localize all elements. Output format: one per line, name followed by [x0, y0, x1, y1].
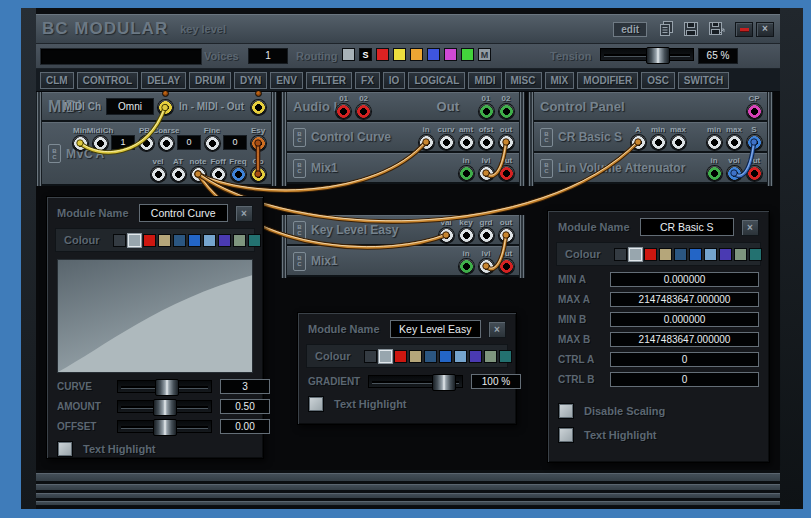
field-value[interactable]: 0 [610, 372, 759, 387]
checkbox-text-highlight[interactable] [308, 396, 324, 412]
copy-icon[interactable] [657, 20, 675, 38]
colour-swatch-3[interactable] [659, 248, 672, 261]
close-panel-button[interactable]: × [235, 205, 253, 222]
routing-cell-3[interactable] [393, 48, 406, 61]
category-button-osc[interactable]: OSC [641, 72, 675, 89]
colour-swatch-1[interactable] [629, 248, 642, 261]
patch-name-input[interactable] [40, 48, 202, 65]
slider-track[interactable] [117, 380, 212, 393]
port-lva-vol-jack[interactable] [727, 166, 742, 181]
category-button-drum[interactable]: DRUM [189, 72, 231, 89]
category-button-fx[interactable]: FX [355, 72, 380, 89]
colour-swatch-0[interactable] [364, 350, 377, 363]
port-in-jack[interactable] [707, 166, 722, 181]
slider-track[interactable] [368, 375, 463, 388]
module-name-value[interactable]: CR Basic S [640, 218, 734, 236]
routing-cell-2[interactable] [376, 48, 389, 61]
colour-swatch-6[interactable] [203, 234, 216, 247]
colour-swatch-2[interactable] [394, 350, 407, 363]
port-min-jack[interactable] [651, 135, 666, 150]
category-button-misc[interactable]: MISC [505, 72, 542, 89]
value-box[interactable]: Omni [106, 98, 154, 115]
port-midich-jack[interactable] [93, 136, 108, 151]
port-foff-jack[interactable] [211, 167, 226, 182]
port-freq-jack[interactable] [231, 167, 246, 182]
category-button-delay[interactable]: DELAY [141, 72, 186, 89]
colour-swatch-7[interactable] [719, 248, 732, 261]
slider-handle[interactable] [153, 399, 177, 416]
port-out-jack[interactable] [499, 166, 514, 181]
field-value[interactable]: 2147483647.000000 [610, 292, 759, 307]
port-mvca-min-jack[interactable] [73, 136, 88, 151]
colour-swatch-6[interactable] [454, 350, 467, 363]
tension-value-box[interactable]: 65 % [698, 48, 738, 64]
checkbox-text-highlight[interactable] [57, 441, 73, 457]
colour-swatch-9[interactable] [248, 234, 261, 247]
port-at-jack[interactable] [171, 167, 186, 182]
port-min-jack[interactable] [707, 135, 722, 150]
slider-track[interactable] [117, 420, 212, 433]
port-cp-jack[interactable] [747, 104, 762, 119]
colour-swatch-2[interactable] [143, 234, 156, 247]
slider-handle[interactable] [153, 419, 177, 436]
field-value[interactable]: 0.000000 [610, 312, 759, 327]
colour-swatch-8[interactable] [233, 234, 246, 247]
colour-swatch-4[interactable] [424, 350, 437, 363]
port-amt-jack[interactable] [459, 135, 474, 150]
colour-swatch-0[interactable] [614, 248, 627, 261]
colour-swatch-9[interactable] [749, 248, 762, 261]
colour-swatch-2[interactable] [644, 248, 657, 261]
routing-cell-s[interactable]: S [359, 48, 372, 61]
routing-cell-5[interactable] [427, 48, 440, 61]
value-box[interactable]: 0 [223, 135, 247, 150]
category-button-io[interactable]: IO [383, 72, 406, 89]
port-mix1a-lvl-jack[interactable] [479, 166, 494, 181]
port-midi-in-jack[interactable] [158, 100, 173, 115]
voices-value-box[interactable]: 1 [248, 48, 288, 64]
field-value[interactable]: 0 [610, 352, 759, 367]
minimize-button[interactable] [735, 22, 753, 37]
colour-swatch-3[interactable] [158, 234, 171, 247]
category-button-dyn[interactable]: DYN [234, 72, 267, 89]
close-panel-button[interactable]: × [488, 321, 506, 338]
colour-swatch-5[interactable] [689, 248, 702, 261]
port-01-jack[interactable] [479, 104, 494, 119]
category-button-filter[interactable]: FILTER [306, 72, 352, 89]
tension-slider[interactable] [600, 48, 694, 61]
slider-track[interactable] [117, 400, 212, 413]
colour-swatch-4[interactable] [674, 248, 687, 261]
save-as-icon[interactable] [707, 20, 725, 38]
edit-button[interactable]: edit [613, 22, 647, 37]
port-02-jack[interactable] [356, 104, 371, 119]
port-kle-val-jack[interactable] [439, 228, 454, 243]
colour-swatch-8[interactable] [734, 248, 747, 261]
port-out-jack[interactable] [499, 259, 514, 274]
port-pbr-jack[interactable] [139, 136, 154, 151]
port-in-jack[interactable] [459, 166, 474, 181]
checkbox-text-highlight[interactable] [558, 427, 574, 443]
routing-cell-6[interactable] [444, 48, 457, 61]
routing-cell-m[interactable]: M [478, 48, 491, 61]
colour-swatch-4[interactable] [173, 234, 186, 247]
port-key-jack[interactable] [459, 228, 474, 243]
module-name-value[interactable]: Control Curve [139, 204, 228, 222]
port-01-jack[interactable] [336, 104, 351, 119]
port-max-jack[interactable] [727, 135, 742, 150]
colour-swatch-0[interactable] [113, 234, 126, 247]
routing-cell-4[interactable] [410, 48, 423, 61]
port-out-jack[interactable] [747, 166, 762, 181]
slider-value[interactable]: 3 [220, 379, 270, 394]
value-box[interactable]: 1 [111, 135, 135, 150]
category-button-switch[interactable]: SWITCH [678, 72, 729, 89]
port-midi-out-jack[interactable] [251, 100, 266, 115]
slider-value[interactable]: 0.00 [220, 419, 270, 434]
value-box[interactable]: 0 [177, 135, 201, 150]
port-02-jack[interactable] [499, 104, 514, 119]
port-fine-jack[interactable] [205, 136, 220, 151]
tension-slider-handle[interactable] [646, 47, 670, 64]
close-panel-button[interactable]: × [741, 219, 759, 236]
port-curv-jack[interactable] [439, 135, 454, 150]
port-vel-jack[interactable] [151, 167, 166, 182]
colour-swatch-9[interactable] [499, 350, 512, 363]
category-button-env[interactable]: ENV [270, 72, 303, 89]
